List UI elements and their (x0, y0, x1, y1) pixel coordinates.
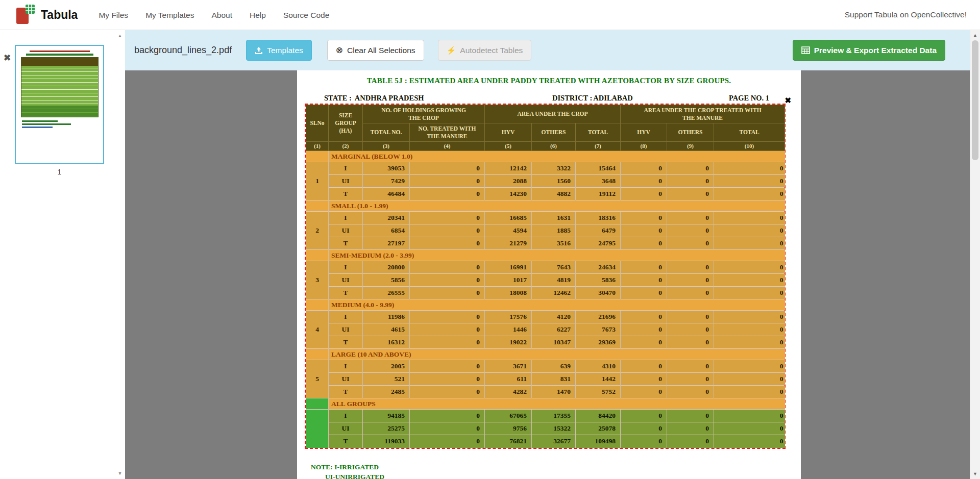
table-row: 2I20341016685163118316000 (306, 212, 785, 224)
sidebar-scrollbar[interactable]: ▲ ▼ (115, 30, 125, 479)
support-link[interactable]: Support Tabula on OpenCollective! (845, 10, 967, 19)
section-row: MEDIUM (4.0 - 9.99) (306, 299, 785, 311)
table-cell: 0 (410, 274, 485, 287)
header-cell: OTHERS (667, 123, 714, 142)
state-label: STATE : (324, 94, 352, 102)
tabula-logo-icon (15, 4, 36, 26)
table-cell: 0 (667, 237, 714, 250)
header-cell: OTHERS (532, 123, 576, 142)
clear-all-selections-button[interactable]: ⊗ Clear All Selections (327, 40, 424, 61)
scroll-down-icon[interactable]: ▼ (115, 471, 125, 476)
table-cell: 4120 (532, 311, 576, 323)
table-cell: 0 (667, 188, 714, 200)
table-cell: 0 (621, 212, 667, 224)
table-cell: 0 (714, 212, 785, 224)
table-cell: 10347 (532, 336, 576, 349)
header-cell: NO. TREATED WITH THE MANURE (410, 123, 485, 142)
table-cell: 0 (410, 311, 485, 323)
nav-item-help[interactable]: Help (241, 0, 275, 30)
table-cell: 15322 (532, 422, 576, 435)
app-title: Tabula (41, 8, 78, 22)
table-cell: 0 (667, 360, 714, 373)
section-row: ALL GROUPS (306, 398, 785, 410)
thumbnail-subtitle-line (26, 54, 93, 56)
table-cell: 0 (714, 410, 785, 422)
remove-page-icon[interactable]: ✖ (4, 53, 11, 63)
table-cell: 4615 (363, 323, 410, 336)
table-cell: 5 (306, 360, 329, 398)
table-cell: 0 (621, 287, 667, 299)
toolbar: background_lines_2.pdf Templates ⊗ Clear… (125, 30, 970, 70)
page-thumbnail[interactable] (15, 45, 104, 164)
table-row: 1I39053012142332215464000 (306, 162, 785, 175)
table-cell: 94185 (363, 410, 410, 422)
header-cell: (7) (576, 142, 621, 151)
table-cell: 2088 (485, 175, 532, 188)
table-cell: 5752 (576, 386, 621, 398)
pdf-note-2: UI-UNIRRIGATED (325, 473, 384, 479)
nav-item-source-code[interactable]: Source Code (275, 0, 338, 30)
table-cell: 1442 (576, 373, 621, 386)
table-cell: 20341 (363, 212, 410, 224)
table-cell: 16685 (485, 212, 532, 224)
thumbnail-note-line (22, 123, 71, 125)
preview-export-button[interactable]: Preview & Export Extracted Data (793, 40, 945, 61)
table-cell: 0 (621, 360, 667, 373)
export-button-label: Preview & Export Extracted Data (814, 46, 937, 55)
pdf-table-title: TABLE 5J : ESTIMATED AREA UNDER PADDY TR… (297, 77, 801, 85)
table-cell: UI (329, 373, 363, 386)
table-icon (801, 46, 810, 54)
table-cell: 0 (621, 175, 667, 188)
delete-selection-icon[interactable]: ✖ (785, 96, 791, 105)
section-row: LARGE (10 AND ABOVE) (306, 349, 785, 360)
table-cell: I (329, 162, 363, 175)
table-cell: 0 (410, 386, 485, 398)
window-scrollbar[interactable]: ▲ ▼ (970, 30, 980, 479)
table-cell: 0 (714, 386, 785, 398)
table-cell: 0 (410, 323, 485, 336)
table-cell: 3648 (576, 175, 621, 188)
templates-button[interactable]: Templates (246, 40, 312, 61)
lightning-icon: ⚡ (447, 46, 456, 54)
table-cell: 0 (410, 237, 485, 250)
header-cell: (3) (363, 142, 410, 151)
header-cell: AREA UNDER THE CROP TREATED WITH THE MAN… (621, 105, 785, 123)
table-cell: 16312 (363, 336, 410, 349)
pdf-table: SLNoSIZE GROUP (HA)NO. OF HOLDINGS GROWI… (306, 105, 785, 448)
table-cell: 12142 (485, 162, 532, 175)
table-row: 4I11986017576412021696000 (306, 311, 785, 323)
scroll-up-icon[interactable]: ▲ (970, 33, 980, 38)
table-cell: 25275 (363, 422, 410, 435)
header-cell: SLNo (306, 105, 329, 142)
header-cell: (6) (532, 142, 576, 151)
table-cell: 1885 (532, 224, 576, 237)
table-cell: 11986 (363, 311, 410, 323)
table-cell: 0 (714, 373, 785, 386)
nav-item-about[interactable]: About (203, 0, 241, 30)
table-cell: 0 (621, 274, 667, 287)
table-cell: 4882 (532, 188, 576, 200)
table-cell: 0 (714, 162, 785, 175)
header-cell: (2) (329, 142, 363, 151)
pdf-page[interactable]: TABLE 5J : ESTIMATED AREA UNDER PADDY TR… (297, 70, 801, 479)
autodetect-tables-button[interactable]: ⚡ Autodetect Tables (438, 40, 532, 61)
scroll-up-icon[interactable]: ▲ (115, 33, 125, 38)
table-cell: 0 (410, 435, 485, 448)
nav-item-my-templates[interactable]: My Templates (137, 0, 203, 30)
table-cell: ALL GROUPS (329, 398, 785, 410)
table-cell: 0 (714, 311, 785, 323)
nav-item-my-files[interactable]: My Files (90, 0, 137, 30)
table-cell: 0 (410, 373, 485, 386)
table-cell: 5856 (363, 274, 410, 287)
table-cell (306, 151, 329, 162)
selection-region[interactable]: ✖ SLNoSIZE GROUP (HA)NO. OF HOLDINGS GRO… (305, 104, 786, 449)
scroll-down-icon[interactable]: ▼ (970, 471, 980, 476)
table-cell: 3671 (485, 360, 532, 373)
table-cell: 30470 (576, 287, 621, 299)
table-cell (306, 410, 329, 448)
table-row: T265550180081246230470000 (306, 287, 785, 299)
table-row: T27197021279351624795000 (306, 237, 785, 250)
table-cell: 0 (621, 323, 667, 336)
scrollbar-thumb[interactable] (972, 40, 978, 160)
table-cell: 46484 (363, 188, 410, 200)
